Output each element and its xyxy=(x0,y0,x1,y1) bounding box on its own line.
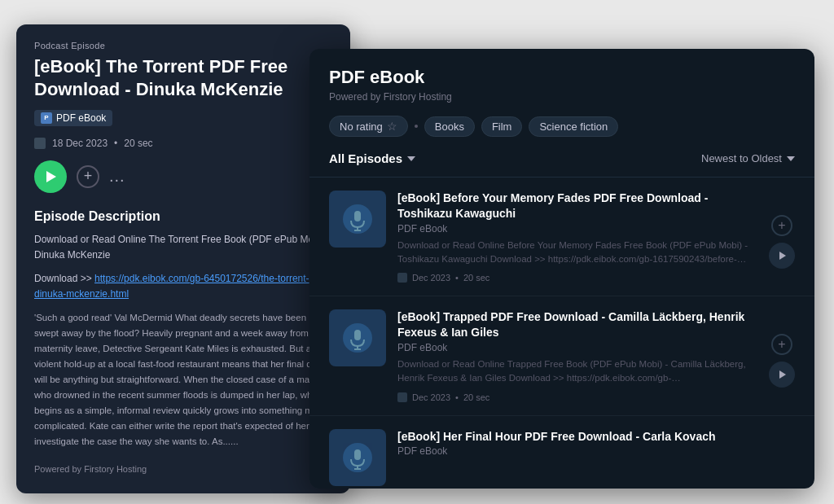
powered-by-label: Powered by xyxy=(329,91,380,103)
desc-download-row: Download >> https://pdk.eibok.com/gb-645… xyxy=(34,271,332,302)
episode-title-1: [eBook] Before Your Memory Fades PDF Fre… xyxy=(397,191,757,221)
episode-sep-2: • xyxy=(455,392,459,402)
episode-duration-1: 20 sec xyxy=(463,273,489,283)
svg-rect-5 xyxy=(354,330,361,340)
mic-icon-1 xyxy=(341,203,374,235)
play-icon xyxy=(46,171,56,182)
desc-body: 'Such a good read' Val McDermid What dea… xyxy=(34,310,332,449)
episode-title-2: [eBook] Trapped PDF Free Download - Cami… xyxy=(397,309,757,340)
ep-play-icon-2 xyxy=(779,370,786,379)
powered-by-brand: Firstory Hosting xyxy=(384,91,452,103)
tag-film[interactable]: Film xyxy=(481,116,523,137)
meta-separator: • xyxy=(114,138,117,149)
episode-item-2: [eBook] Trapped PDF Free Download - Cami… xyxy=(309,296,814,415)
episode-thumb-1 xyxy=(329,191,386,248)
meta-date: 18 Dec 2023 xyxy=(52,138,108,149)
pdf-badge-icon: P xyxy=(41,112,52,124)
sort-button[interactable]: Newest to Oldest xyxy=(701,152,795,164)
ep-add-button-2[interactable]: + xyxy=(771,334,792,355)
episode-actions-1: + xyxy=(769,191,795,269)
meta-row: 18 Dec 2023 • 20 sec xyxy=(34,138,332,149)
podcast-label: Podcast Episode xyxy=(34,41,332,50)
play-button[interactable] xyxy=(34,160,67,193)
tag-no-rating[interactable]: No rating ☆ xyxy=(329,116,408,137)
badge-label: PDF eBook xyxy=(56,112,106,124)
right-title: PDF eBook xyxy=(329,67,795,88)
episode-date-2: Dec 2023 xyxy=(412,392,450,402)
episode-subtitle-3: PDF eBook xyxy=(397,445,795,457)
all-episodes-label: All Episodes xyxy=(329,151,402,165)
left-title: [eBook] The Torrent PDF Free Download - … xyxy=(34,55,332,100)
episode-thumb-2 xyxy=(329,309,386,366)
episodes-header: All Episodes Newest to Oldest xyxy=(309,151,814,177)
episode-actions-2: + xyxy=(769,309,795,388)
episode-content-2: [eBook] Trapped PDF Free Download - Cami… xyxy=(397,309,757,401)
episode-description-title: Episode Description xyxy=(34,209,332,224)
episode-meta-1: Dec 2023 • 20 sec xyxy=(397,273,757,283)
right-panel: PDF eBook Powered by Firstory Hosting No… xyxy=(309,49,814,489)
tag-label: No rating xyxy=(340,121,383,133)
controls-row: + ... xyxy=(34,160,332,193)
desc-line1: Download or Read Online The Torrent Free… xyxy=(34,232,332,263)
right-powered-by: Powered by Firstory Hosting xyxy=(329,91,795,103)
svg-rect-1 xyxy=(354,211,361,221)
calendar-icon-ep2 xyxy=(397,392,407,402)
calendar-icon-ep1 xyxy=(397,273,407,283)
episode-subtitle-2: PDF eBook xyxy=(397,342,757,353)
calendar-icon xyxy=(34,138,46,149)
left-panel: Podcast Episode [eBook] The Torrent PDF … xyxy=(16,24,350,493)
episode-title-3: [eBook] Her Final Hour PDF Free Download… xyxy=(397,429,795,445)
chevron-down-icon xyxy=(407,156,415,161)
footer-powered: Powered by xyxy=(34,464,81,474)
all-episodes-button[interactable]: All Episodes xyxy=(329,151,415,165)
sort-label: Newest to Oldest xyxy=(701,152,782,164)
svg-rect-9 xyxy=(354,449,361,460)
meta-duration: 20 sec xyxy=(124,138,152,149)
tag-label: Film xyxy=(492,121,512,133)
pdf-badge: P PDF eBook xyxy=(34,110,112,126)
episode-subtitle-1: PDF eBook xyxy=(397,223,757,234)
ep-play-icon-1 xyxy=(779,252,786,260)
ep-add-button-1[interactable]: + xyxy=(771,215,792,236)
episode-item-3: [eBook] Her Final Hour PDF Free Download… xyxy=(309,416,814,489)
tag-books[interactable]: Books xyxy=(424,116,475,137)
mic-icon-2 xyxy=(341,322,374,354)
episode-duration-2: 20 sec xyxy=(463,392,489,402)
footer-brand: Firstory Hosting xyxy=(84,464,147,474)
episode-date-1: Dec 2023 xyxy=(412,273,450,283)
sort-chevron-icon xyxy=(787,156,795,161)
tag-label: Science fiction xyxy=(539,121,608,133)
episode-item-1: [eBook] Before Your Memory Fades PDF Fre… xyxy=(309,177,814,296)
right-header: PDF eBook Powered by Firstory Hosting No… xyxy=(309,49,814,137)
ep-play-button-1[interactable] xyxy=(769,243,795,269)
ep-play-button-2[interactable] xyxy=(769,362,795,388)
episode-sep-1: • xyxy=(455,273,459,283)
episode-meta-2: Dec 2023 • 20 sec xyxy=(397,392,757,402)
tags-row: No rating ☆ Books Film Science fiction xyxy=(329,116,795,137)
desc-line2: Download >> xyxy=(34,273,92,284)
left-footer: Powered by Firstory Hosting xyxy=(34,464,332,474)
star-icon: ☆ xyxy=(387,120,397,133)
tag-separator-1 xyxy=(415,125,418,128)
tag-science-fiction[interactable]: Science fiction xyxy=(529,116,618,137)
mic-icon-3 xyxy=(341,441,374,474)
episode-content-3: [eBook] Her Final Hour PDF Free Download… xyxy=(397,429,795,462)
episode-thumb-3 xyxy=(329,429,386,486)
episode-content-1: [eBook] Before Your Memory Fades PDF Fre… xyxy=(397,191,757,283)
more-button[interactable]: ... xyxy=(109,167,125,186)
tag-label: Books xyxy=(435,121,464,133)
episode-desc-1: Download or Read Online Before Your Memo… xyxy=(397,239,757,267)
add-button[interactable]: + xyxy=(77,165,99,188)
episode-desc-2: Download or Read Online Trapped Free Boo… xyxy=(397,357,757,386)
